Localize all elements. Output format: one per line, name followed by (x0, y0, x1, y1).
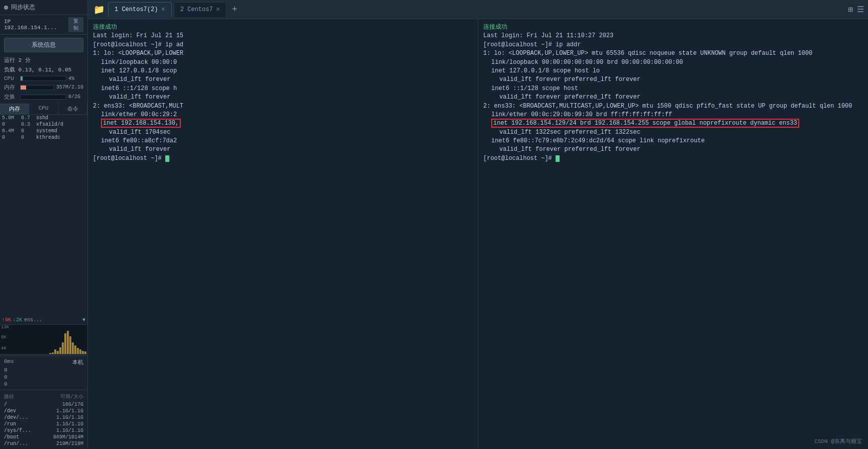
proc-mem: 0 (2, 135, 20, 140)
term-line: 2: ens33: <BROADCAST,MULTICAST,UP,LOWER_… (483, 102, 863, 111)
list-item: /dev/... 1.1G/1.1G (0, 414, 87, 421)
sync-status-label: 同步状态 (11, 3, 35, 12)
grid-view-icon[interactable]: ⊞ (848, 5, 853, 15)
term-line: inet 127.0.0.1/8 scop (93, 67, 473, 75)
connection-success-label: 连接成功 (483, 23, 863, 32)
chart-bar (67, 331, 69, 354)
term-line: valid_lft forever preferred_lft forever (483, 75, 863, 84)
table-row: 0 0.3 xfsaild/d (0, 121, 87, 128)
ping-row: 0 (4, 381, 83, 388)
tab-close-icon[interactable]: × (161, 6, 165, 13)
term-line: 1: lo: <LOOPBACK,UP,LOWER (93, 49, 473, 58)
chart-bars (0, 325, 87, 354)
proc-name: systemd (36, 128, 85, 134)
chart-bar (74, 345, 76, 354)
copy-button[interactable]: 复制 (68, 17, 83, 32)
mem-bar-container (20, 85, 54, 90)
chart-bar (69, 336, 71, 354)
list-item: /boot 869M/1014M (0, 434, 87, 440)
list-item: / 16G/17G (0, 401, 87, 408)
term-line: link/loopback 00:00:00:00:00:00 brd 00:0… (483, 58, 863, 67)
tab-add-button[interactable]: + (229, 4, 241, 16)
disk-path: /run (4, 421, 51, 427)
cpu-label: CPU (4, 75, 18, 81)
net-expand-icon[interactable]: ▼ (82, 317, 85, 323)
folder-icon[interactable]: 📁 (92, 3, 106, 17)
ping-label: 0 (4, 367, 8, 373)
term-line: Last login: Fri Jul 21 15 (93, 32, 473, 40)
tab-label: 2 Centos7 (180, 6, 213, 13)
tab-centos7[interactable]: 2 Centos7 × (174, 2, 227, 17)
term-line: [root@localhost ~]# ip addr (483, 41, 863, 49)
term-line: inet6 fe80::7c79:e8b7:2c49:dc2d/64 scope… (483, 137, 863, 145)
ping-row: 0 (4, 374, 83, 381)
chart-bar (79, 349, 81, 354)
term-prompt: [root@localhost ~]# (93, 154, 473, 163)
proc-name: xfsaild/d (36, 122, 85, 127)
disk-header: 路径 可用/大小 (0, 392, 87, 401)
term-line: valid_lft forever (93, 75, 473, 84)
disk-avail: 1.1G/1.1G (53, 415, 83, 420)
list-view-icon[interactable]: ☰ (857, 5, 864, 15)
term-line: Last login: Fri Jul 21 11:10:27 2023 (483, 32, 863, 40)
chart-bar (52, 352, 54, 354)
chart-bar (49, 353, 51, 354)
terminal-pane-2[interactable]: 连接成功 Last login: Fri Jul 21 11:10:27 202… (478, 19, 868, 449)
chart-bar (59, 347, 61, 354)
proc-mem: 0 (2, 122, 20, 127)
disk-path: /dev/... (4, 415, 51, 420)
mem-value: 357M/2.1G (56, 84, 83, 90)
term-prompt: [root@localhost ~]# (483, 154, 863, 163)
swap-label: 交换 (4, 93, 18, 101)
disk-path: /run/... (4, 441, 51, 446)
proc-cpu: 0 (21, 135, 35, 140)
mem-label: 内存 (4, 83, 18, 91)
tab-label: 1 Centos7(2) (115, 6, 158, 13)
main-area: 📁 1 Centos7(2) × 2 Centos7 × + ⊞ ☰ 连接成功 … (88, 0, 868, 449)
disk-section: 路径 可用/大小 / 16G/17G /dev 1.1G/1.1G /dev/.… (0, 390, 87, 449)
term-line: valid_lft forever preferred_lft forever (483, 93, 863, 102)
tab-close-icon[interactable]: × (216, 6, 220, 13)
cpu-bar (21, 76, 23, 80)
ping-section: 0ms 本机 0 0 0 (0, 355, 87, 390)
net-down-label: ↓2K (13, 317, 22, 323)
disk-header-avail: 可用/大小 (53, 393, 83, 400)
tab-mem[interactable]: 内存 (0, 104, 29, 114)
cpu-bar-container (20, 76, 66, 81)
process-table: 5.9M 0.7 sshd 0 0.3 xfsaild/d 6.4M 0 sys… (0, 115, 87, 317)
tab-centos7-2[interactable]: 1 Centos7(2) × (108, 2, 172, 17)
proc-cpu: 0.3 (21, 122, 35, 127)
uptime-row: 运行 2 分 (0, 55, 87, 65)
term-line: valid_lft forever (93, 145, 473, 154)
swap-value: 0/2G (68, 94, 83, 100)
disk-avail: 869M/1014M (53, 434, 83, 440)
disk-avail: 219M/219M (53, 441, 83, 446)
term-line: [root@localhost ~]# ip ad (93, 41, 473, 49)
chart-bar (62, 342, 64, 354)
chart-label-mid: 9K (1, 335, 7, 340)
disk-path: /boot (4, 434, 51, 440)
list-item: /run/... 219M/219M (0, 440, 87, 447)
term-line: 1: lo: <LOOPBACK,UP,LOWER_UP> mtu 65536 … (483, 49, 863, 58)
table-row: 5.9M 0.7 sshd (0, 115, 87, 121)
disk-path: / (4, 402, 51, 407)
top-bar-right: ⊞ ☰ (848, 5, 864, 15)
top-bar: 📁 1 Centos7(2) × 2 Centos7 × + ⊞ ☰ (88, 0, 868, 19)
network-row: ↑9K ↓2K ens... ▼ (0, 317, 87, 323)
terminal-pane-1[interactable]: 连接成功 Last login: Fri Jul 21 15 [root@loc… (88, 19, 478, 449)
ping-row: 0ms 本机 (4, 358, 83, 367)
disk-avail: 1.1G/1.1G (53, 421, 83, 427)
sys-info-button[interactable]: 系统信息 (4, 38, 83, 52)
tab-cpu[interactable]: CPU (29, 104, 58, 114)
term-line: inet6 fe80::a8cf:7da2 (93, 137, 473, 145)
list-item: /sys/f... 1.1G/1.1G (0, 427, 87, 434)
term-line: valid_lft 1704sec (93, 128, 473, 137)
cursor-1 (165, 155, 169, 162)
term-line: inet6 ::1/128 scope host (483, 84, 863, 93)
proc-name: kthreadc (36, 135, 85, 140)
net-iface-label: ens... (24, 317, 80, 323)
list-item: /run 1.1G/1.1G (0, 421, 87, 427)
term-line: link/ether 00:0c:29:2 (93, 111, 473, 119)
ping-row: 0 (4, 367, 83, 374)
tab-cmd[interactable]: 命令 (58, 104, 87, 114)
